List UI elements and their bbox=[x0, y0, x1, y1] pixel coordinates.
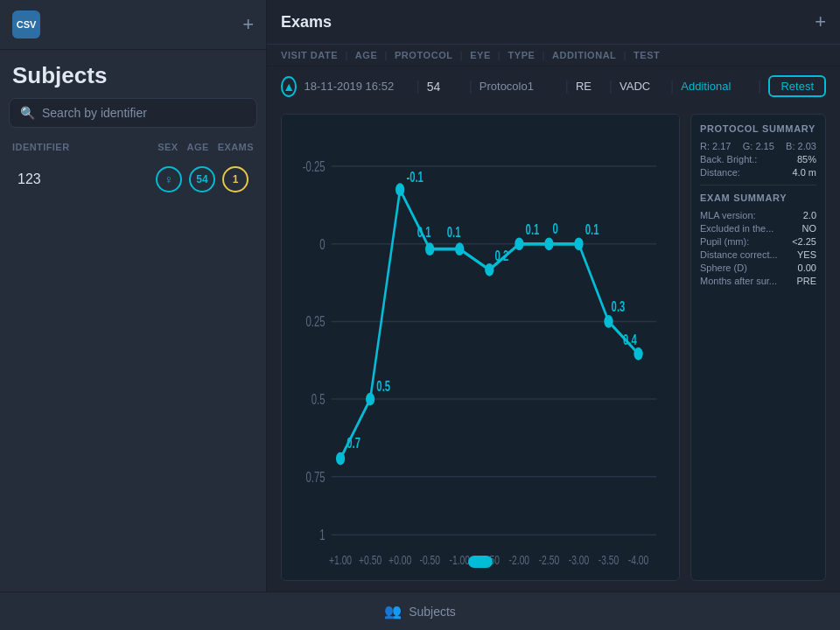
b-label: B: 2.03 bbox=[786, 141, 816, 151]
exam-date: 18-11-2019 16:52 bbox=[304, 80, 409, 93]
svg-text:-0.25: -0.25 bbox=[303, 158, 326, 175]
subject-identifier: 123 bbox=[18, 172, 156, 187]
pupil-row: Pupil (mm): <2.25 bbox=[700, 236, 816, 247]
svg-text:0.4: 0.4 bbox=[623, 332, 637, 348]
protocol-summary-title: PROTOCOL SUMMARY bbox=[700, 123, 816, 134]
back-bright-row: Back. Bright.: 85% bbox=[700, 154, 816, 164]
svg-text:-3.50: -3.50 bbox=[598, 552, 620, 567]
svg-point-38 bbox=[544, 237, 553, 250]
additional-header: ADDITIONAL bbox=[552, 50, 616, 60]
svg-text:-4.00: -4.00 bbox=[628, 552, 649, 567]
test-header: TEST bbox=[634, 50, 660, 60]
exam-protocol: Protocolo1 bbox=[480, 80, 558, 93]
main-title: Exams bbox=[281, 13, 332, 32]
svg-point-32 bbox=[455, 242, 464, 256]
search-icon: 🔍 bbox=[20, 106, 35, 120]
subject-age-icon: 54 bbox=[189, 166, 215, 192]
svg-text:+0.00: +0.00 bbox=[388, 552, 411, 567]
distance-value: 4.0 m bbox=[792, 167, 816, 178]
months-row: Months after sur... PRE bbox=[700, 276, 816, 286]
subject-exams-icon: 1 bbox=[222, 166, 248, 192]
svg-text:0.1: 0.1 bbox=[526, 221, 540, 238]
svg-text:-2.50: -2.50 bbox=[539, 552, 560, 567]
g-label: G: 2.15 bbox=[743, 141, 774, 151]
subject-sex-icon: ♀ bbox=[156, 166, 182, 192]
svg-text:0.75: 0.75 bbox=[305, 469, 325, 486]
svg-text:0.3: 0.3 bbox=[612, 298, 626, 315]
svg-text:0: 0 bbox=[319, 236, 325, 253]
dist-correct-row: Distance correct... YES bbox=[700, 249, 816, 260]
subjects-icon: 👥 bbox=[384, 603, 402, 620]
main-header: Exams + bbox=[267, 0, 840, 45]
svg-text:0.1: 0.1 bbox=[417, 224, 431, 241]
months-value: PRE bbox=[796, 276, 816, 286]
svg-text:-1.00: -1.00 bbox=[450, 552, 471, 567]
visit-date-header: VISIT DATE bbox=[281, 50, 338, 60]
svg-point-34 bbox=[485, 263, 494, 276]
chart-navigator[interactable] bbox=[468, 556, 493, 571]
exam-summary-title: EXAM SUMMARY bbox=[700, 192, 816, 203]
protocol-rgb-row: R: 2.17 G: 2.15 B: 2.03 bbox=[700, 141, 816, 151]
distance-label: Distance: bbox=[700, 167, 740, 178]
panel-divider bbox=[700, 185, 816, 186]
subject-row[interactable]: 123 ♀ 54 1 bbox=[5, 158, 261, 201]
svg-text:-2.00: -2.00 bbox=[509, 552, 530, 567]
svg-text:0.5: 0.5 bbox=[376, 378, 390, 395]
age-column-header: AGE bbox=[187, 142, 209, 152]
eye-header: EYE bbox=[470, 50, 491, 60]
bottom-bar: 👥 Subjects bbox=[0, 592, 840, 630]
bottom-bar-label: Subjects bbox=[409, 605, 456, 619]
svg-text:-0.1: -0.1 bbox=[406, 169, 424, 186]
identifier-column-header: IDENTIFIER bbox=[12, 142, 158, 152]
svg-point-44 bbox=[634, 347, 642, 360]
exams-column-header: EXAMS bbox=[218, 142, 254, 152]
pupil-label: Pupil (mm): bbox=[700, 236, 749, 247]
sphere-value: 0.00 bbox=[798, 262, 816, 273]
sex-column-header: SEX bbox=[158, 142, 178, 152]
chart-container: -0.25 0 0.25 0.5 0.75 1 +1.00 +0.50 +0.0… bbox=[281, 114, 680, 581]
sidebar-header: CSV + bbox=[0, 0, 266, 50]
sidebar-add-button[interactable]: + bbox=[242, 15, 254, 34]
retest-button[interactable]: Retest bbox=[768, 75, 826, 97]
expand-button[interactable]: ▲ bbox=[281, 76, 297, 97]
svg-point-30 bbox=[425, 242, 434, 256]
excluded-value: NO bbox=[802, 223, 817, 234]
svg-point-24 bbox=[336, 452, 345, 466]
svg-text:-0.50: -0.50 bbox=[419, 552, 440, 567]
svg-text:0.25: 0.25 bbox=[305, 313, 325, 330]
svg-text:+0.50: +0.50 bbox=[359, 552, 382, 567]
svg-point-40 bbox=[574, 237, 583, 250]
sphere-label: Sphere (D) bbox=[700, 262, 747, 273]
exam-vadc: VADC bbox=[620, 80, 663, 93]
svg-text:0.2: 0.2 bbox=[495, 248, 509, 264]
search-input[interactable] bbox=[42, 106, 246, 120]
protocol-header: PROTOCOL bbox=[395, 50, 453, 60]
svg-point-42 bbox=[604, 315, 612, 328]
chart-section: -0.25 0 0.25 0.5 0.75 1 +1.00 +0.50 +0.0… bbox=[267, 107, 840, 592]
main-add-button[interactable]: + bbox=[815, 10, 826, 33]
mla-row: MLA version: 2.0 bbox=[700, 210, 816, 220]
svg-point-26 bbox=[366, 393, 374, 406]
exam-eye: RE bbox=[576, 80, 602, 93]
dist-correct-value: YES bbox=[797, 249, 816, 260]
sidebar-title: Subjects bbox=[0, 50, 266, 98]
excluded-row: Excluded in the... NO bbox=[700, 223, 816, 234]
protocol-panel: PROTOCOL SUMMARY R: 2.17 G: 2.15 B: 2.03… bbox=[690, 114, 826, 581]
svg-text:0.1: 0.1 bbox=[447, 224, 461, 241]
excluded-label: Excluded in the... bbox=[700, 223, 774, 234]
pupil-value: <2.25 bbox=[792, 236, 816, 247]
main-panel: Exams + VISIT DATE | AGE | PROTOCOL | EY… bbox=[267, 0, 840, 592]
subjects-table-header: IDENTIFIER SEX AGE EXAMS bbox=[0, 138, 266, 158]
exam-row: ▲ 18-11-2019 16:52 | 54 | Protocolo1 | R… bbox=[267, 66, 840, 107]
chart-svg: -0.25 0 0.25 0.5 0.75 1 +1.00 +0.50 +0.0… bbox=[282, 115, 679, 580]
subject-icons: ♀ 54 1 bbox=[156, 166, 248, 192]
chart-nav-dot bbox=[468, 556, 493, 568]
svg-text:+1.00: +1.00 bbox=[329, 552, 352, 567]
type-header: TYPE bbox=[508, 50, 535, 60]
months-label: Months after sur... bbox=[700, 276, 777, 286]
distance-row: Distance: 4.0 m bbox=[700, 167, 816, 178]
svg-text:0: 0 bbox=[553, 220, 558, 237]
mla-value: 2.0 bbox=[803, 210, 816, 220]
dist-correct-label: Distance correct... bbox=[700, 249, 778, 260]
svg-text:0.7: 0.7 bbox=[346, 435, 360, 452]
